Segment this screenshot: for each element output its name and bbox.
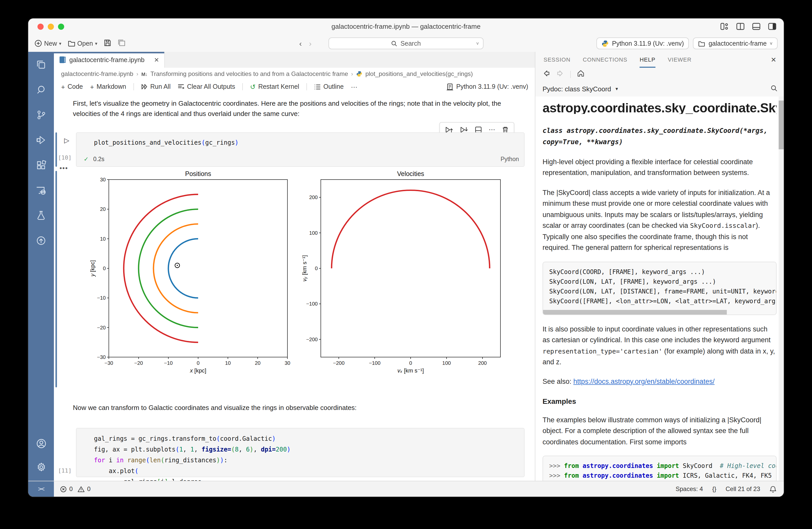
history-forward-icon[interactable]: › [309, 39, 311, 48]
scrollbar-thumb[interactable] [779, 101, 784, 149]
code-cell[interactable]: plot_positions_and_velocities(gc_rings) … [76, 132, 525, 167]
clear-all-outputs-button[interactable]: Clear All Outputs [178, 83, 235, 90]
run-cell-button[interactable]: ▷ [64, 136, 69, 144]
remote-indicator[interactable]: >< [28, 481, 54, 497]
help-topic-dropdown[interactable]: Pydoc: class SkyCoord ▼ [535, 81, 784, 97]
search-sidebar-icon[interactable] [35, 84, 47, 96]
source-control-icon[interactable] [35, 109, 47, 121]
secondary-sidebar-icon[interactable] [768, 22, 777, 31]
settings-gear-icon[interactable] [35, 461, 47, 473]
outline-icon [314, 84, 321, 90]
cell-language[interactable]: Python [501, 156, 519, 162]
run-above-icon[interactable] [445, 126, 453, 133]
problems-status[interactable]: 0 0 [60, 481, 91, 497]
tab-notebook[interactable]: galactocentric-frame.ipynb ✕ [54, 52, 165, 68]
breadcrumb-section[interactable]: Transforming positions and velocities to… [150, 70, 348, 77]
testing-icon[interactable] [35, 209, 47, 222]
error-count: 0 [69, 485, 73, 493]
publish-icon[interactable] [35, 234, 47, 247]
search-dropdown-chevron-icon[interactable]: ˅ [476, 41, 479, 46]
add-markdown-cell-button[interactable]: +Markdown [90, 83, 126, 91]
plot-title: Velocities [397, 170, 424, 177]
save-all-icon[interactable] [117, 39, 126, 48]
tab-strip: galactocentric-frame.ipynb ✕ [54, 52, 535, 68]
global-search-input[interactable]: Search ˅ [329, 38, 483, 49]
split-cell-icon[interactable] [475, 126, 482, 133]
help-home-icon[interactable] [577, 70, 585, 79]
help-search-icon[interactable] [770, 84, 778, 93]
cell-position-status[interactable]: Cell 21 of 23 [726, 485, 760, 493]
warning-count: 0 [87, 485, 90, 493]
extensions-icon[interactable] [35, 159, 47, 171]
docs-link[interactable]: https://docs.astropy.org/en/stable/coord… [573, 377, 714, 385]
explorer-icon[interactable] [35, 58, 47, 71]
markdown-cell-text: First, let's visualize the geometry in G… [73, 99, 512, 119]
secondary-panel: SESSION CONNECTIONS HELP VIEWER ✕ Pydoc:… [535, 52, 784, 481]
svg-text:−100: −100 [306, 301, 318, 307]
svg-text:200: 200 [478, 360, 487, 366]
tab-viewer[interactable]: VIEWER [668, 52, 692, 68]
more-actions-button[interactable]: ⋯ [351, 83, 357, 91]
search-placeholder: Search [400, 40, 421, 47]
delete-cell-icon[interactable] [502, 126, 509, 133]
language-braces-status[interactable]: {} [712, 485, 716, 493]
run-below-icon[interactable] [460, 126, 468, 133]
svg-text:100: 100 [442, 360, 451, 366]
new-button[interactable]: New▾ [34, 40, 61, 47]
run-all-button[interactable]: Run All [141, 83, 171, 90]
code-cell-source[interactable]: plot_positions_and_velocities(gc_rings) [94, 137, 519, 148]
folder-icon [68, 40, 75, 47]
y-axis-label: vᵧ [km s⁻¹] [301, 255, 308, 282]
output-collapse-dots[interactable]: ••• [60, 164, 68, 172]
help-forward-icon[interactable] [556, 70, 564, 79]
tab-help[interactable]: HELP [640, 52, 655, 68]
notifications-bell-icon[interactable] [769, 485, 777, 493]
code-cell[interactable]: gal_rings = gc_rings.transform_to(coord.… [76, 428, 525, 477]
tab-close-icon[interactable]: ✕ [154, 56, 159, 63]
split-vertical-icon[interactable] [736, 22, 745, 31]
tab-connections[interactable]: CONNECTIONS [583, 52, 627, 68]
svg-text:0: 0 [103, 266, 106, 271]
help-paragraph: The examples below illustrate common way… [542, 414, 777, 447]
svg-text:200: 200 [309, 194, 318, 200]
vertical-scrollbar[interactable] [779, 97, 784, 481]
search-icon [391, 40, 397, 46]
svg-text:−30: −30 [97, 354, 106, 360]
run-and-debug-icon[interactable] [35, 134, 47, 146]
examples-heading: Examples [542, 396, 777, 407]
add-code-cell-button[interactable]: +Code [61, 83, 83, 91]
outline-button[interactable]: Outline [314, 83, 344, 90]
tab-session[interactable]: SESSION [543, 52, 570, 68]
save-icon[interactable] [103, 39, 111, 48]
help-nav-bar [535, 68, 784, 82]
open-label: Open [77, 40, 93, 47]
account-icon[interactable] [35, 437, 47, 450]
notebook-scroll-area[interactable]: First, let's visualize the geometry in G… [54, 93, 535, 481]
indent-status[interactable]: Spaces: 4 [676, 485, 703, 493]
layout-customize-icon[interactable] [720, 22, 729, 31]
svg-text:−10: −10 [97, 295, 106, 301]
horizontal-scrollbar[interactable] [543, 310, 727, 314]
remote-explorer-icon[interactable] [35, 184, 47, 196]
kernel-status[interactable]: Python 3.11.9 (Uv: .venv) [447, 83, 528, 90]
help-content[interactable]: astropy.coordinates.sky_coordinate.SkyCo… [535, 97, 779, 481]
panel-close-icon[interactable]: ✕ [771, 56, 777, 64]
breadcrumb-file[interactable]: galactocentric-frame.ipynb [61, 70, 133, 77]
editor-area: galactocentric-frame.ipynb ✕ galactocent… [54, 52, 535, 481]
cell-more-actions-icon[interactable]: ⋯ [489, 127, 495, 132]
help-code-block[interactable]: SkyCoord(COORD, [FRAME], keyword_args ..… [542, 261, 777, 315]
code-cell-source[interactable]: gal_rings = gc_rings.transform_to(coord.… [94, 434, 519, 481]
cell-focus-bar [55, 132, 57, 167]
help-back-icon[interactable] [542, 70, 550, 79]
svg-text:30: 30 [285, 360, 290, 366]
python-logo-icon [602, 40, 609, 47]
markdown-cell-text: Now we can transform to Galactic coordin… [73, 403, 512, 413]
restart-kernel-button[interactable]: ↺ Restart Kernel [250, 83, 299, 91]
panel-bottom-icon[interactable] [752, 22, 761, 31]
workspace-selector[interactable]: galactocentric-frame˅ [693, 38, 778, 49]
history-back-icon[interactable]: ‹ [299, 39, 302, 48]
help-code-block[interactable]: >>> from astropy.coordinates import SkyC… [542, 456, 777, 481]
breadcrumb-function[interactable]: plot_positions_and_velocities(gc_rings) [365, 70, 473, 77]
open-button[interactable]: Open▾ [68, 40, 97, 47]
interpreter-selector[interactable]: Python 3.11.9 (Uv: .venv) [597, 38, 689, 49]
